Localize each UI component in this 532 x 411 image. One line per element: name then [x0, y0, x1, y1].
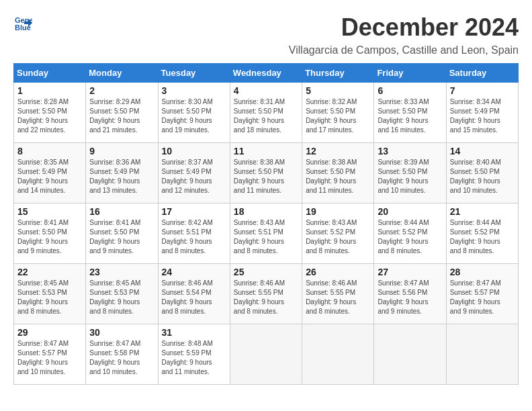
day-info: Sunrise: 8:31 AMSunset: 5:50 PMDaylight:…	[234, 97, 298, 135]
day-info: Sunrise: 8:46 AMSunset: 5:55 PMDaylight:…	[234, 279, 298, 316]
day-info: Sunrise: 8:47 AMSunset: 5:58 PMDaylight:…	[89, 339, 154, 377]
day-number: 4	[234, 85, 298, 96]
day-number: 29	[17, 327, 82, 338]
day-info: Sunrise: 8:39 AMSunset: 5:50 PMDaylight:…	[378, 158, 442, 195]
day-number: 18	[234, 206, 298, 217]
day-cell: 4Sunrise: 8:31 AMSunset: 5:50 PMDaylight…	[230, 83, 302, 143]
day-cell: 14Sunrise: 8:40 AMSunset: 5:50 PMDayligh…	[446, 143, 518, 203]
day-number: 14	[450, 146, 515, 156]
day-info: Sunrise: 8:44 AMSunset: 5:52 PMDaylight:…	[378, 218, 442, 256]
day-number: 27	[378, 267, 442, 277]
day-info: Sunrise: 8:41 AMSunset: 5:50 PMDaylight:…	[17, 218, 82, 256]
day-cell: 24Sunrise: 8:46 AMSunset: 5:54 PMDayligh…	[158, 264, 230, 324]
day-info: Sunrise: 8:32 AMSunset: 5:50 PMDaylight:…	[306, 97, 370, 135]
day-number: 2	[89, 85, 154, 96]
day-info: Sunrise: 8:34 AMSunset: 5:49 PMDaylight:…	[450, 97, 515, 135]
day-number: 24	[162, 267, 226, 277]
week-row-3: 15Sunrise: 8:41 AMSunset: 5:50 PMDayligh…	[14, 203, 519, 264]
day-info: Sunrise: 8:48 AMSunset: 5:59 PMDaylight:…	[162, 339, 226, 377]
day-info: Sunrise: 8:47 AMSunset: 5:57 PMDaylight:…	[17, 339, 82, 377]
day-info: Sunrise: 8:43 AMSunset: 5:51 PMDaylight:…	[234, 218, 298, 256]
day-cell: 16Sunrise: 8:41 AMSunset: 5:50 PMDayligh…	[86, 203, 158, 264]
day-cell: 21Sunrise: 8:44 AMSunset: 5:52 PMDayligh…	[446, 203, 518, 264]
day-info: Sunrise: 8:35 AMSunset: 5:49 PMDaylight:…	[17, 158, 82, 195]
calendar-header-row: SundayMondayTuesdayWednesdayThursdayFrid…	[14, 64, 519, 83]
header-sunday: Sunday	[14, 64, 86, 83]
month-title: December 2024	[35, 13, 519, 42]
day-cell: 30Sunrise: 8:47 AMSunset: 5:58 PMDayligh…	[86, 324, 158, 385]
logo-icon: General Blue	[13, 13, 32, 32]
day-info: Sunrise: 8:41 AMSunset: 5:50 PMDaylight:…	[89, 218, 154, 256]
header-monday: Monday	[86, 64, 158, 83]
day-number: 17	[162, 206, 226, 217]
day-cell: 9Sunrise: 8:36 AMSunset: 5:49 PMDaylight…	[86, 143, 158, 203]
day-cell: 22Sunrise: 8:45 AMSunset: 5:53 PMDayligh…	[14, 264, 86, 324]
day-number: 22	[17, 267, 82, 277]
day-cell: 18Sunrise: 8:43 AMSunset: 5:51 PMDayligh…	[230, 203, 302, 264]
day-info: Sunrise: 8:33 AMSunset: 5:50 PMDaylight:…	[378, 97, 442, 135]
logo: General Blue General Blue	[13, 13, 35, 32]
day-info: Sunrise: 8:45 AMSunset: 5:53 PMDaylight:…	[89, 279, 154, 316]
day-cell	[230, 324, 302, 385]
day-info: Sunrise: 8:42 AMSunset: 5:51 PMDaylight:…	[162, 218, 226, 256]
day-info: Sunrise: 8:38 AMSunset: 5:50 PMDaylight:…	[306, 158, 370, 195]
week-row-5: 29Sunrise: 8:47 AMSunset: 5:57 PMDayligh…	[14, 324, 519, 385]
day-number: 13	[378, 146, 442, 156]
day-info: Sunrise: 8:43 AMSunset: 5:52 PMDaylight:…	[306, 218, 370, 256]
header-tuesday: Tuesday	[158, 64, 230, 83]
day-number: 21	[450, 206, 515, 217]
day-cell: 10Sunrise: 8:37 AMSunset: 5:49 PMDayligh…	[158, 143, 230, 203]
day-number: 15	[17, 206, 82, 217]
day-number: 31	[162, 327, 226, 338]
header-wednesday: Wednesday	[230, 64, 302, 83]
day-number: 1	[17, 85, 82, 96]
day-cell: 13Sunrise: 8:39 AMSunset: 5:50 PMDayligh…	[374, 143, 446, 203]
day-number: 23	[89, 267, 154, 277]
day-cell: 17Sunrise: 8:42 AMSunset: 5:51 PMDayligh…	[158, 203, 230, 264]
day-cell: 8Sunrise: 8:35 AMSunset: 5:49 PMDaylight…	[14, 143, 86, 203]
header-thursday: Thursday	[302, 64, 374, 83]
day-info: Sunrise: 8:46 AMSunset: 5:55 PMDaylight:…	[306, 279, 370, 316]
day-number: 3	[162, 85, 226, 96]
day-info: Sunrise: 8:47 AMSunset: 5:56 PMDaylight:…	[378, 279, 442, 316]
day-number: 20	[378, 206, 442, 217]
day-info: Sunrise: 8:36 AMSunset: 5:49 PMDaylight:…	[89, 158, 154, 195]
day-cell: 26Sunrise: 8:46 AMSunset: 5:55 PMDayligh…	[302, 264, 374, 324]
week-row-2: 8Sunrise: 8:35 AMSunset: 5:49 PMDaylight…	[14, 143, 519, 203]
day-cell: 20Sunrise: 8:44 AMSunset: 5:52 PMDayligh…	[374, 203, 446, 264]
day-number: 25	[234, 267, 298, 277]
day-number: 30	[89, 327, 154, 338]
day-number: 6	[378, 85, 442, 96]
day-cell: 7Sunrise: 8:34 AMSunset: 5:49 PMDaylight…	[446, 83, 518, 143]
calendar: SundayMondayTuesdayWednesdayThursdayFrid…	[13, 63, 519, 385]
day-info: Sunrise: 8:38 AMSunset: 5:50 PMDaylight:…	[234, 158, 298, 195]
day-cell: 6Sunrise: 8:33 AMSunset: 5:50 PMDaylight…	[374, 83, 446, 143]
day-cell: 28Sunrise: 8:47 AMSunset: 5:57 PMDayligh…	[446, 264, 518, 324]
day-cell	[374, 324, 446, 385]
day-number: 11	[234, 146, 298, 156]
day-info: Sunrise: 8:28 AMSunset: 5:50 PMDaylight:…	[17, 97, 82, 135]
day-info: Sunrise: 8:37 AMSunset: 5:49 PMDaylight:…	[162, 158, 226, 195]
day-cell: 19Sunrise: 8:43 AMSunset: 5:52 PMDayligh…	[302, 203, 374, 264]
header-saturday: Saturday	[446, 64, 518, 83]
day-number: 26	[306, 267, 370, 277]
day-number: 9	[89, 146, 154, 156]
day-cell: 29Sunrise: 8:47 AMSunset: 5:57 PMDayligh…	[14, 324, 86, 385]
day-cell: 1Sunrise: 8:28 AMSunset: 5:50 PMDaylight…	[14, 83, 86, 143]
day-info: Sunrise: 8:30 AMSunset: 5:50 PMDaylight:…	[162, 97, 226, 135]
day-cell: 27Sunrise: 8:47 AMSunset: 5:56 PMDayligh…	[374, 264, 446, 324]
location-title: Villagarcia de Campos, Castille and Leon…	[13, 44, 519, 56]
day-cell: 11Sunrise: 8:38 AMSunset: 5:50 PMDayligh…	[230, 143, 302, 203]
day-cell: 2Sunrise: 8:29 AMSunset: 5:50 PMDaylight…	[86, 83, 158, 143]
day-number: 10	[162, 146, 226, 156]
day-cell: 25Sunrise: 8:46 AMSunset: 5:55 PMDayligh…	[230, 264, 302, 324]
day-cell	[446, 324, 518, 385]
day-cell: 3Sunrise: 8:30 AMSunset: 5:50 PMDaylight…	[158, 83, 230, 143]
day-number: 8	[17, 146, 82, 156]
day-info: Sunrise: 8:44 AMSunset: 5:52 PMDaylight:…	[450, 218, 515, 256]
header: General Blue General Blue December 2024 …	[13, 13, 519, 56]
day-info: Sunrise: 8:46 AMSunset: 5:54 PMDaylight:…	[162, 279, 226, 316]
week-row-1: 1Sunrise: 8:28 AMSunset: 5:50 PMDaylight…	[14, 83, 519, 143]
day-info: Sunrise: 8:47 AMSunset: 5:57 PMDaylight:…	[450, 279, 515, 316]
day-info: Sunrise: 8:45 AMSunset: 5:53 PMDaylight:…	[17, 279, 82, 316]
